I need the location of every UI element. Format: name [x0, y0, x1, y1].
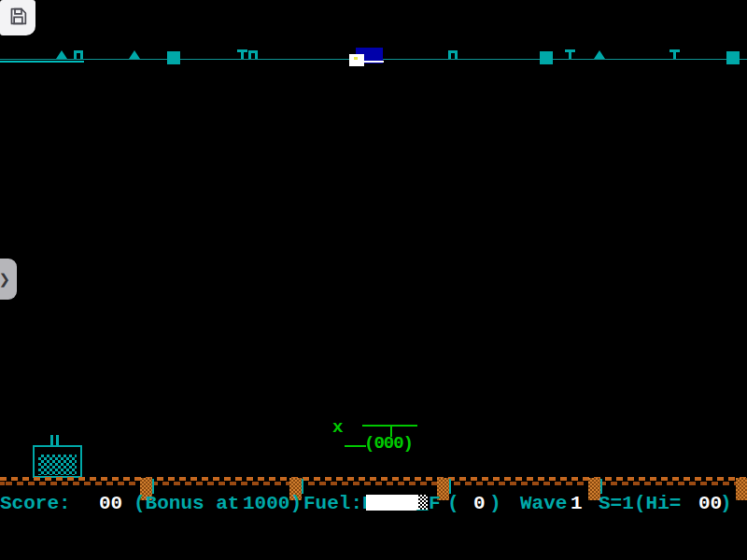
- hangar-dither-fill: [38, 455, 77, 475]
- hi-label: (Hi=: [634, 494, 681, 514]
- radar-gate-icon: [248, 50, 258, 59]
- chevron-right-icon: ❯: [0, 271, 10, 287]
- radar-square-icon: [167, 51, 180, 64]
- hangar-chimney: [56, 435, 59, 445]
- radar-tee-icon: [669, 49, 680, 59]
- bonus-value: 1000): [243, 494, 302, 514]
- radar-square-icon: [726, 51, 740, 64]
- score-value: 00: [99, 494, 122, 514]
- hangar-chimney: [50, 435, 53, 445]
- radar-base-underline: [363, 61, 384, 63]
- radar-tee-icon: [565, 49, 575, 59]
- radar-gate-icon: [448, 50, 458, 59]
- helicopter-tail-hook: `: [335, 427, 345, 448]
- radar-left-segment: [0, 61, 84, 63]
- score-label: Score:: [0, 494, 71, 514]
- hi-close: ): [720, 494, 732, 514]
- floppy-disk-icon: [8, 7, 28, 29]
- ground-post: [736, 478, 747, 500]
- radar-triangle-icon: [129, 50, 140, 59]
- wave-value: 1: [571, 494, 583, 514]
- radar-gate-icon: [74, 50, 83, 59]
- helicopter-tailboom: [345, 445, 366, 447]
- ships-label: S=1: [599, 494, 634, 514]
- sidebar-drawer-toggle[interactable]: ❯: [0, 259, 17, 300]
- fuel-suffix: F: [429, 494, 441, 514]
- radar-player-dot: [354, 57, 358, 60]
- radar-player-marker: [349, 54, 364, 66]
- radar-square-icon: [540, 51, 553, 64]
- fuel-gauge-bar: [366, 495, 418, 511]
- radar-triangle-icon: [56, 50, 67, 59]
- ammo-close: ): [489, 494, 501, 514]
- wave-label: Wave: [520, 494, 567, 514]
- radar-tee-icon: [237, 49, 247, 59]
- game-screen: x ` (000) Score: 00 (Bonus at 1000) Fuel…: [0, 0, 747, 560]
- ammo-value: 0: [473, 494, 486, 514]
- hi-value: 00: [698, 494, 722, 514]
- fuel-underscore: _: [416, 494, 429, 514]
- ammo-open: (: [447, 494, 459, 514]
- radar-triangle-icon: [594, 50, 605, 59]
- fuel-label: Fuel:E: [303, 494, 374, 514]
- ground-dashes-bottom: [0, 482, 747, 485]
- ground-dashes-top: [0, 477, 747, 481]
- save-state-button[interactable]: [0, 0, 35, 35]
- helicopter-body: (000): [364, 433, 413, 454]
- bonus-label: (Bonus at: [134, 494, 239, 514]
